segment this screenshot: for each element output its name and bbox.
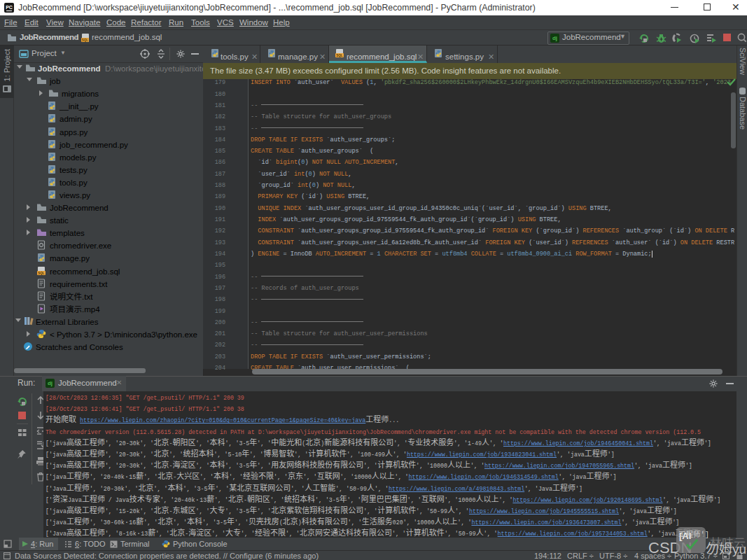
svg-text:SQL: SQL (38, 272, 45, 275)
svg-text:SQL: SQL (82, 38, 89, 42)
svg-text:SQL: SQL (336, 54, 343, 57)
